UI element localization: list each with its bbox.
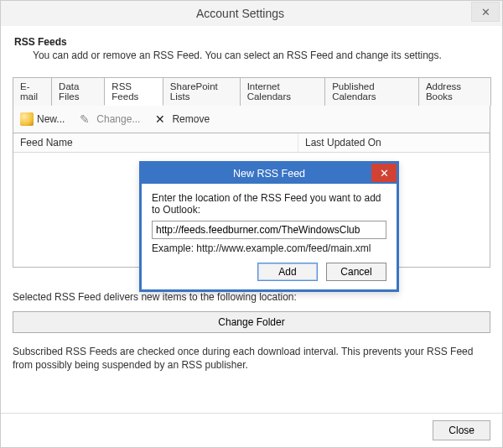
- window-close-button[interactable]: ✕: [471, 2, 500, 22]
- dialog-body: Enter the location of the RSS Feed you w…: [142, 184, 397, 289]
- dialog-title: New RSS Feed: [142, 168, 397, 180]
- dialog-titlebar: New RSS Feed ✕: [142, 164, 397, 184]
- rss-note: Subscribed RSS Feeds are checked once du…: [13, 345, 490, 372]
- edit-icon: ✎: [80, 112, 93, 126]
- close-icon: ✕: [380, 167, 389, 180]
- window-title: Account Settings: [9, 7, 471, 20]
- remove-feed-button[interactable]: ✕ Remove: [152, 111, 213, 128]
- new-label: New...: [37, 113, 65, 125]
- remove-icon: ✕: [155, 112, 169, 126]
- rss-toolbar: New... ✎ Change... ✕ Remove: [13, 106, 490, 133]
- dialog-close-button[interactable]: ✕: [371, 164, 397, 182]
- tab-internet-calendars[interactable]: Internet Calendars: [240, 77, 326, 106]
- dialog-example: Example: http://www.example.com/feed/mai…: [152, 242, 386, 254]
- footer: Close: [1, 413, 502, 447]
- column-feed-name[interactable]: Feed Name: [13, 133, 298, 152]
- page-subtext: You can add or remove an RSS Feed. You c…: [33, 49, 490, 61]
- titlebar: Account Settings ✕: [1, 1, 502, 26]
- change-feed-button[interactable]: ✎ Change...: [76, 111, 143, 128]
- cancel-button[interactable]: Cancel: [326, 263, 386, 281]
- add-button[interactable]: Add: [257, 263, 318, 281]
- tab-rss-feeds[interactable]: RSS Feeds: [104, 77, 163, 106]
- tabstrip: E-mail Data Files RSS Feeds SharePoint L…: [13, 76, 490, 106]
- dialog-actions: Add Cancel: [152, 263, 386, 281]
- column-last-updated[interactable]: Last Updated On: [298, 133, 490, 152]
- new-rss-feed-dialog: New RSS Feed ✕ Enter the location of the…: [139, 161, 399, 292]
- grid-header: Feed Name Last Updated On: [13, 133, 490, 153]
- tab-address-books[interactable]: Address Books: [418, 77, 491, 106]
- remove-label: Remove: [172, 113, 210, 125]
- page-header: RSS Feeds You can add or remove an RSS F…: [13, 34, 490, 71]
- tab-sharepoint-lists[interactable]: SharePoint Lists: [163, 77, 241, 106]
- close-icon: ✕: [481, 6, 490, 18]
- page-title: RSS Feeds: [14, 36, 490, 48]
- new-icon: [20, 112, 34, 126]
- change-folder-button[interactable]: Change Folder: [13, 311, 490, 333]
- tab-published-calendars[interactable]: Published Calendars: [324, 77, 419, 106]
- close-button[interactable]: Close: [433, 420, 490, 440]
- rss-url-input[interactable]: [152, 221, 386, 239]
- tab-data-files[interactable]: Data Files: [51, 77, 105, 106]
- change-label: Change...: [96, 113, 140, 125]
- dialog-prompt: Enter the location of the RSS Feed you w…: [152, 192, 386, 216]
- new-feed-button[interactable]: New...: [17, 111, 68, 128]
- delivery-label: Selected RSS Feed delivers new items to …: [13, 291, 490, 303]
- tab-email[interactable]: E-mail: [13, 77, 52, 106]
